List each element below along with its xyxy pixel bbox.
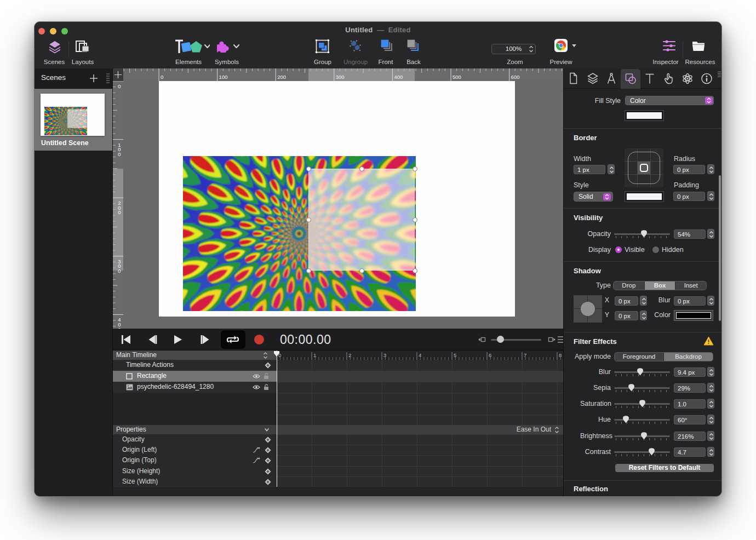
svg-text:7: 7 — [524, 352, 526, 358]
svg-text:6: 6 — [489, 352, 491, 358]
svg-text:300: 300 — [336, 74, 345, 80]
svg-text:400: 400 — [394, 74, 403, 80]
svg-text:100: 100 — [219, 74, 228, 80]
svg-text:0: 0 — [118, 83, 121, 89]
svg-text:500: 500 — [453, 74, 461, 80]
svg-text:8: 8 — [559, 352, 562, 358]
svg-text:1: 1 — [313, 352, 316, 358]
svg-text:400: 400 — [118, 317, 121, 329]
svg-text:100: 100 — [118, 142, 121, 157]
svg-text:300: 300 — [118, 258, 121, 274]
svg-text:5: 5 — [454, 352, 456, 358]
svg-text:200: 200 — [277, 74, 286, 80]
svg-text:0: 0 — [161, 74, 163, 80]
svg-text:4: 4 — [419, 352, 421, 358]
svg-text:2: 2 — [348, 352, 351, 358]
svg-text:600: 600 — [511, 74, 520, 80]
svg-text:200: 200 — [118, 200, 121, 215]
svg-text:3: 3 — [383, 352, 386, 358]
